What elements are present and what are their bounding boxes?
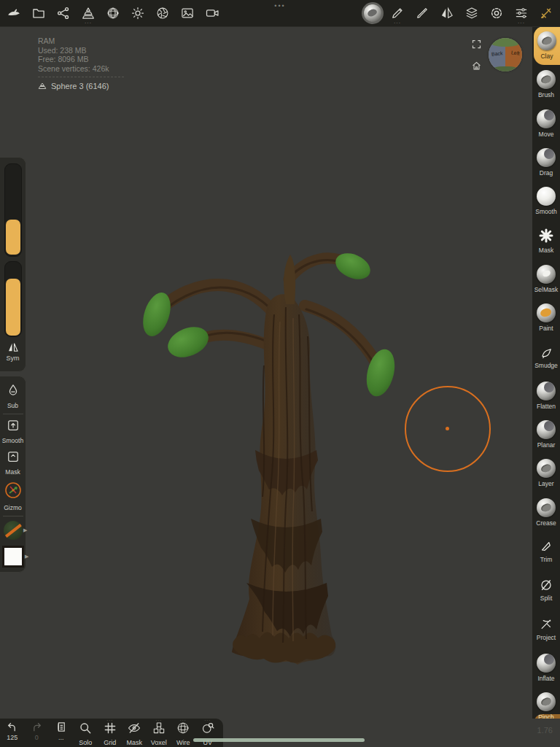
viewcube-left-label: Left (511, 50, 521, 56)
tool-inflate[interactable]: Inflate (532, 649, 560, 687)
home-icon (471, 61, 482, 71)
expand-arrow-icon: ▶ (23, 527, 27, 533)
brush-cursor (405, 386, 491, 472)
home-view-button[interactable] (471, 61, 482, 74)
material-aperture-button[interactable] (150, 0, 175, 26)
more-dots: ··· (106, 719, 113, 722)
tool-smudge[interactable]: Smudge (532, 337, 560, 376)
node-graph-button[interactable] (51, 0, 76, 26)
sliders-button[interactable]: ··· (509, 0, 534, 26)
gizmo-icon (4, 481, 23, 503)
paintbrush-button[interactable] (410, 0, 435, 26)
fullscreen-button[interactable] (471, 39, 482, 53)
tool-label: Flatten (537, 403, 556, 410)
background-image-button[interactable] (175, 0, 200, 26)
settings-gear-icon (489, 6, 504, 20)
more-dots: ··· (155, 719, 162, 722)
sculpt-canvas[interactable] (0, 26, 560, 747)
symmetry-label: Sym (7, 355, 20, 362)
tool-move[interactable]: Move (532, 104, 560, 143)
matcap-sphere-icon (364, 4, 381, 22)
tool-label: Pinch (538, 713, 553, 719)
tool-split-icon (539, 578, 553, 592)
tool-sphere-icon (537, 498, 556, 517)
debug-tools-button[interactable] (534, 0, 559, 26)
tool-label: Trim (540, 556, 553, 563)
tool-split[interactable]: Split (532, 570, 560, 609)
tool-label: Clay (540, 53, 553, 60)
topology-icon (106, 6, 120, 20)
tool-label: Move (539, 131, 554, 138)
tool-flatten[interactable]: Flatten (532, 376, 560, 415)
tool-smooth[interactable]: Smooth (532, 182, 560, 220)
debug-tools-icon (539, 6, 553, 20)
redo-icon (30, 721, 43, 733)
tool-label: Mask (539, 247, 553, 254)
mask-toggle-button[interactable]: Mask (122, 721, 147, 746)
camera-button[interactable] (200, 0, 225, 26)
tool-selmask[interactable]: SelMask (532, 260, 560, 298)
tool-paint[interactable]: Paint (532, 298, 560, 337)
symmetry-button[interactable] (435, 0, 459, 26)
redo-button[interactable]: 0 (25, 721, 50, 741)
tool-label: Smudge (534, 362, 558, 369)
brush-intensity-slider[interactable] (4, 261, 22, 337)
toggle-label: Solo (79, 739, 92, 746)
toolbar-scrollbar[interactable] (193, 738, 365, 742)
undo-button[interactable]: 125 (0, 721, 25, 741)
mask-eye-icon (127, 721, 141, 738)
lighting-button[interactable] (125, 0, 150, 26)
tool-trim[interactable]: Trim (532, 532, 560, 570)
action-label: Mask (5, 468, 20, 476)
tool-clay[interactable]: Clay (534, 26, 560, 65)
scene-object-row[interactable]: Sphere 3 (6146) (38, 82, 124, 91)
tool-sphere-icon (537, 303, 556, 322)
app-logo-button[interactable] (1, 0, 26, 26)
tool-label: Split (540, 595, 553, 602)
history-notes-button[interactable]: ... (49, 721, 74, 741)
tool-brush[interactable]: Brush (532, 65, 560, 104)
matcap-selector[interactable]: ▶ (4, 521, 23, 540)
voxel-toggle-button[interactable]: ···Voxel (147, 721, 171, 746)
settings-gear-button[interactable] (484, 0, 509, 26)
matcap-sphere-button[interactable] (360, 0, 385, 26)
sub-droplet-icon (6, 383, 20, 400)
brush-radius-slider[interactable] (4, 163, 22, 257)
intensity-slider-fill[interactable] (6, 279, 20, 336)
scene-pyramid-button[interactable]: ··· (76, 0, 101, 26)
view-orientation-cube[interactable]: Back Left (489, 38, 522, 71)
pencil-button[interactable]: ··· (385, 0, 410, 26)
tool-mask[interactable]: Mask (532, 220, 560, 259)
stats-panel: RAM Used: 238 MB Free: 8096 MB Scene ver… (38, 36, 124, 91)
stats-used: Used: 238 MB (38, 46, 124, 55)
tool-crease[interactable]: Crease (532, 493, 560, 532)
smooth-action-button[interactable]: Smooth (0, 416, 26, 447)
tool-drag[interactable]: Drag (532, 143, 560, 182)
solo-toggle-button[interactable]: Solo (74, 721, 98, 746)
tool-label: Inflate (537, 675, 554, 682)
paint-color-selector[interactable]: ▶ (2, 546, 24, 568)
tool-project[interactable]: Project (532, 609, 560, 648)
sculpted-tree-model[interactable] (124, 234, 416, 672)
uv-icon (201, 721, 215, 738)
symmetry-icon (440, 6, 454, 20)
grid-toggle-button[interactable]: ···Grid (98, 721, 122, 746)
uv-toggle-button[interactable]: ···UV (195, 721, 220, 746)
quick-actions-panel: SubSmoothMaskGizmo▶▶ (0, 376, 26, 573)
radius-slider-handle[interactable] (6, 220, 20, 255)
tool-planar[interactable]: Planar (532, 415, 560, 454)
tool-layer[interactable]: Layer (532, 454, 560, 492)
folder-button[interactable] (26, 0, 51, 26)
tool-project-icon (539, 617, 553, 632)
wire-toggle-button[interactable]: ···Wire (171, 721, 196, 746)
paintbrush-icon (415, 6, 429, 20)
topology-button[interactable] (101, 0, 125, 26)
gizmo-action-button[interactable]: Gizmo (0, 479, 26, 514)
more-dots: ··· (180, 719, 187, 722)
toolbar-more-handle[interactable]: ••• (274, 2, 285, 9)
tool-pinch[interactable]: Pinch (532, 687, 560, 719)
sub-action-button[interactable]: Sub (0, 381, 26, 412)
layers-button[interactable] (459, 0, 484, 26)
mask-action-button[interactable]: Mask (0, 447, 26, 479)
symmetry-toggle[interactable]: Sym (7, 341, 20, 362)
